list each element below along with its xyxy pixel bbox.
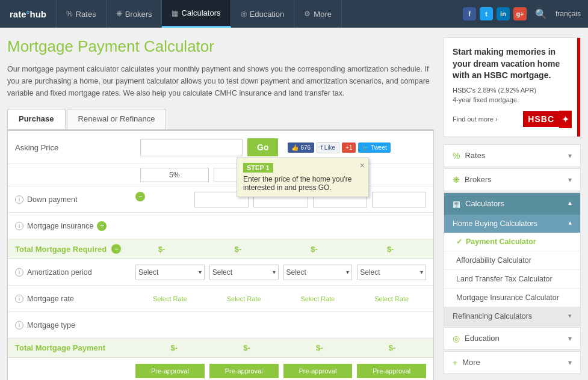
amortization-select-2[interactable]: Select ▾	[209, 265, 279, 280]
home-buying-chevron-icon: ▾	[568, 219, 572, 227]
tab-purchase[interactable]: Purchase	[7, 109, 66, 129]
preapproval-cell-1: Pre-approval	[135, 364, 205, 378]
sidebar-rates-title: % Rates	[453, 151, 485, 161]
total-pmt-3: $-	[286, 343, 354, 352]
refinancing-header[interactable]: Refinancing Calculators ▾	[444, 307, 580, 325]
sidebar-calculators-title: ▦ Calculators	[453, 199, 504, 209]
add-insurance-icon[interactable]: +	[97, 221, 107, 231]
mortgage-insurance-label: i Mortgage insurance +	[15, 221, 135, 231]
ad-link[interactable]: Find out more ›	[453, 115, 498, 123]
mortgage-type-label: i Mortgage type	[15, 321, 135, 329]
down-payment-info-icon[interactable]: i	[15, 195, 23, 204]
facebook-like-button[interactable]: f Like	[317, 142, 339, 153]
more-section-icon: +	[453, 358, 457, 367]
linkedin-nav-icon[interactable]: in	[497, 7, 510, 20]
mortgage-insurance-info-icon[interactable]: i	[15, 222, 23, 230]
mortgage-rate-info-icon[interactable]: i	[15, 295, 23, 303]
amortization-select-1[interactable]: Select ▾	[135, 265, 205, 280]
sidebar-item-payment-calculator[interactable]: ✓ Payment Calculator	[444, 233, 580, 251]
sidebar-education-header[interactable]: ◎ Education ▾	[444, 328, 580, 349]
home-buying-header[interactable]: Home Buying Calculators ▾	[444, 215, 580, 233]
total-payment-row: Total Mortgage Payment $- $- $- $-	[8, 339, 433, 358]
education-icon: ◎	[241, 10, 247, 18]
rate-cell-1: Select Rate	[135, 294, 205, 304]
tab-renewal[interactable]: Renewal or Refinance	[67, 109, 167, 129]
mortgage-rate-cells: Select Rate Select Rate Select Rate Sele…	[135, 294, 426, 304]
rates-icon: %	[66, 10, 73, 18]
rates-section-icon: %	[453, 151, 460, 161]
page-layout: Mortgage Payment Calculator Our mortgage…	[0, 28, 588, 380]
down-payment-input-4[interactable]	[372, 192, 426, 207]
ad-red-bar	[577, 38, 580, 136]
twitter-icon: 🐦	[362, 144, 369, 151]
home-buying-sub: Home Buying Calculators ▾ ✓ Payment Calc…	[444, 215, 580, 307]
amortization-info-icon[interactable]: i	[15, 268, 23, 277]
tweet-button[interactable]: 🐦 Tweet	[358, 142, 390, 153]
logo[interactable]: rate°hub	[0, 0, 57, 28]
nav-item-more[interactable]: ⚙ More	[294, 0, 342, 28]
asking-price-input[interactable]	[140, 139, 243, 156]
ad-rate: HSBC's 2.89% (2.92% APR)	[453, 87, 572, 94]
sidebar-item-mortgage-insurance[interactable]: Mortgage Insurance Calculator	[444, 289, 580, 307]
brokers-icon: ❋	[116, 10, 122, 18]
total-pmt-2: $-	[213, 343, 281, 352]
facebook-nav-icon[interactable]: f	[463, 7, 476, 20]
collapse-total-mortgage-icon[interactable]: −	[111, 244, 121, 254]
total-mtg-2: $-	[202, 245, 274, 254]
tooltip-close-button[interactable]: ×	[360, 161, 365, 170]
page-description: Our mortgage payment calculator calculat…	[7, 63, 434, 99]
sidebar-brokers-section: ❋ Brokers ▾	[444, 168, 581, 191]
select-rate-3[interactable]: Select Rate	[283, 294, 353, 304]
sidebar-rates-header[interactable]: % Rates ▾	[444, 145, 580, 167]
calculator-tabs: Purchase Renewal or Refinance	[7, 109, 434, 130]
sidebar-ad: Start making memories in your dream vaca…	[444, 37, 581, 137]
tooltip-text: Enter the price of the home you're inter…	[243, 175, 354, 192]
sidebar-more-header[interactable]: + More ▾	[444, 352, 580, 373]
preapproval-cell-2: Pre-approval	[209, 364, 279, 378]
preapproval-button-1[interactable]: Pre-approval	[135, 364, 205, 378]
nav-item-brokers[interactable]: ❋ Brokers	[107, 0, 162, 28]
calculators-chevron-icon: ▾	[568, 200, 572, 208]
nav-item-rates[interactable]: % Rates	[57, 0, 107, 28]
amortization-select-3[interactable]: Select ▾	[283, 265, 353, 280]
total-pmt-1: $-	[140, 343, 208, 352]
down-payment-label: i Down payment	[15, 195, 135, 204]
nav-item-education[interactable]: ◎ Education	[231, 0, 295, 28]
brokers-section-icon: ❋	[453, 175, 460, 185]
select-rate-1[interactable]: Select Rate	[135, 294, 205, 304]
amort-cell-3: Select ▾	[283, 265, 353, 280]
rate-cell-2: Select Rate	[209, 294, 279, 304]
social-share-row: 👍 676 f Like +1 🐦 Tweet	[288, 142, 390, 153]
select-rate-4[interactable]: Select Rate	[357, 294, 426, 304]
go-button[interactable]: Go	[247, 138, 278, 156]
sidebar-item-land-transfer[interactable]: Land Transfer Tax Calculator	[444, 270, 580, 289]
gplus-button[interactable]: +1	[342, 142, 356, 153]
select-rate-2[interactable]: Select Rate	[209, 294, 279, 304]
twitter-nav-icon[interactable]: t	[480, 7, 493, 20]
mortgage-type-info-icon[interactable]: i	[15, 321, 23, 329]
amort-cell-2: Select ▾	[209, 265, 279, 280]
nav-item-calculators[interactable]: ▦ Calculators	[162, 0, 231, 28]
language-toggle[interactable]: français	[556, 10, 581, 18]
preapproval-button-4[interactable]: Pre-approval	[357, 364, 426, 378]
sidebar-item-affordability[interactable]: Affordability Calculator	[444, 251, 580, 270]
total-mtg-1: $-	[126, 245, 197, 254]
select-caret-4: ▾	[420, 269, 423, 275]
total-pmt-4: $-	[358, 343, 426, 352]
search-icon[interactable]: 🔍	[535, 8, 547, 20]
fb-like-icon: f	[321, 144, 323, 151]
total-mortgage-cells: $- $- $- $-	[126, 245, 426, 254]
remove-column-icon[interactable]: −	[135, 192, 145, 201]
pct-5-button[interactable]: 5%	[140, 168, 209, 182]
step-tooltip: STEP 1 × Enter the price of the home you…	[237, 158, 369, 197]
amortization-select-4[interactable]: Select ▾	[357, 265, 426, 280]
preapproval-button-2[interactable]: Pre-approval	[209, 364, 279, 378]
facebook-count[interactable]: 👍 676	[288, 142, 314, 153]
sidebar-calculators-header[interactable]: ▦ Calculators ▾	[444, 193, 580, 215]
preapproval-button-3[interactable]: Pre-approval	[283, 364, 353, 378]
total-mortgage-title: Total Mortgage Required	[15, 245, 107, 254]
sidebar-brokers-header[interactable]: ❋ Brokers ▾	[444, 169, 580, 191]
googleplus-nav-icon[interactable]: g+	[513, 7, 527, 20]
sidebar-rates-section: % Rates ▾	[444, 144, 581, 167]
page-title: Mortgage Payment Calculator	[7, 37, 434, 56]
